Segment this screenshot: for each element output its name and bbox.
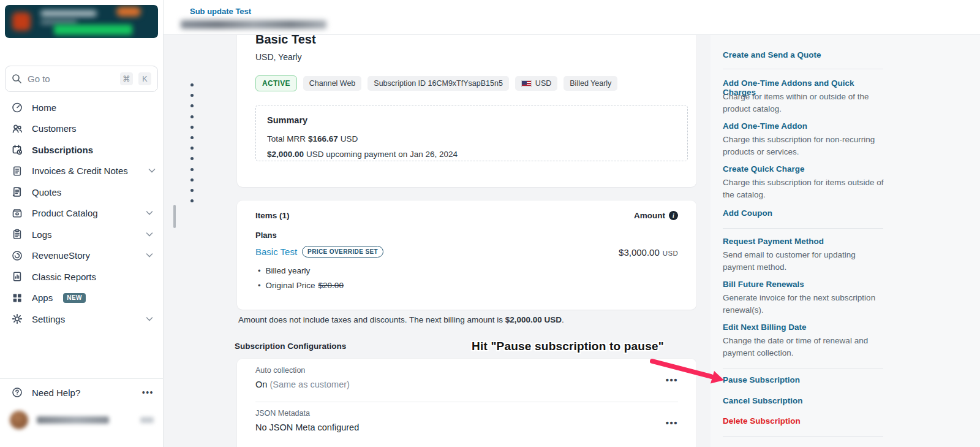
us-flag-icon <box>521 80 532 87</box>
sidebar-item-settings[interactable]: Settings <box>0 308 164 330</box>
need-help-button[interactable]: Need Help? ••• <box>0 383 164 402</box>
config-label: JSON Metadata <box>255 409 678 418</box>
avatar <box>10 411 28 429</box>
sidebar-item-customers[interactable]: Customers <box>0 118 164 140</box>
action-pause-subscription[interactable]: Pause Subscription <box>723 375 889 384</box>
redacted-org-sub <box>40 20 77 25</box>
sidebar-item-apps[interactable]: Apps NEW <box>0 288 164 309</box>
json-metadata-menu-button[interactable]: ••• <box>666 418 678 428</box>
upcoming-payment-line: $2,000.00 USD upcoming payment on Jan 26… <box>267 150 458 159</box>
org-switcher[interactable] <box>5 5 158 38</box>
plan-detail-billing: Billed yearly <box>258 266 344 275</box>
search-icon <box>12 74 22 84</box>
k-key: K <box>138 72 151 85</box>
action-desc: Charge this subscription for non-recurri… <box>723 134 889 158</box>
panel-divider <box>723 69 883 69</box>
summary-heading: Summary <box>267 115 307 125</box>
info-icon[interactable]: i <box>669 211 678 220</box>
panel-divider <box>723 436 883 437</box>
action-desc: Send email to customer for updating paym… <box>723 249 889 273</box>
global-search-input[interactable]: Go to ⌘ K <box>5 66 158 92</box>
badge-row: ACTIVE Channel Web Subscription ID 16CM9… <box>255 75 617 91</box>
redacted-user-name <box>37 416 109 424</box>
invoice-icon <box>12 166 23 177</box>
channel-badge: Channel Web <box>303 76 362 91</box>
sidebar-item-label: Logs <box>32 229 52 240</box>
action-request-payment-method[interactable]: Request Payment Method <box>723 237 889 246</box>
sidebar-item-label: RevenueStory <box>32 250 90 261</box>
config-value: No JSON Meta configured <box>255 422 678 432</box>
action-desc: Charge for items within or outside of th… <box>723 91 889 115</box>
config-value: On (Same as customer) <box>255 380 678 389</box>
breadcrumb-subscription-link[interactable]: Sub update Test <box>190 7 251 16</box>
auto-collection-value: On <box>255 380 267 389</box>
items-card: Items (1) Amount i Plans Basic Test PRIC… <box>237 201 696 310</box>
redacted-org-name <box>40 10 97 17</box>
summary-box: Summary Total MRR $166.67 USD $2,000.00 … <box>255 105 688 161</box>
sidebar: Go to ⌘ K Home Customers Subscriptions <box>0 0 164 447</box>
plan-name-link[interactable]: Basic Test <box>255 246 297 257</box>
config-row-json-metadata: JSON Metadata No JSON Meta configured ••… <box>255 409 678 432</box>
action-create-quick-charge[interactable]: Create Quick Charge <box>723 164 889 174</box>
billing-badge: Billed Yearly <box>564 76 617 91</box>
timeline-dots <box>190 83 194 202</box>
sidebar-item-logs[interactable]: Logs <box>0 224 164 245</box>
redacted-user-meta <box>140 417 154 423</box>
action-bill-future-renewals[interactable]: Bill Future Renewals <box>723 280 889 289</box>
sidebar-item-product-catalog[interactable]: Product Catalog <box>0 203 164 224</box>
help-menu-dots[interactable]: ••• <box>142 388 154 397</box>
action-add-one-time-addon[interactable]: Add One-Time Addon <box>723 121 889 131</box>
mrr-prefix: Total MRR <box>267 134 306 143</box>
sidebar-item-quotes[interactable]: Quotes <box>0 181 164 203</box>
plan-row: Basic Test PRICE OVERRIDE SET <box>255 246 383 258</box>
user-account-row[interactable] <box>0 406 164 434</box>
config-section-heading: Subscription Configurations <box>235 342 346 351</box>
org-upgrade-button <box>54 25 132 35</box>
action-add-coupon[interactable]: Add Coupon <box>723 208 889 218</box>
original-price-value: $20.00 <box>318 281 344 290</box>
sidebar-item-home[interactable]: Home <box>0 97 164 118</box>
sidebar-item-label: Invoices & Credit Notes <box>32 166 128 176</box>
sidebar-item-label: Apps <box>32 292 53 303</box>
config-label: Auto collection <box>255 366 678 375</box>
note-suffix: . <box>562 315 564 324</box>
config-row-auto-collection: Auto collection On (Same as customer) ••… <box>255 366 678 389</box>
original-price-label: Original Price <box>266 281 315 290</box>
action-edit-next-billing-date[interactable]: Edit Next Billing Date <box>723 323 889 332</box>
note-amount: $2,000.00 USD <box>505 315 562 324</box>
customers-icon <box>12 123 23 134</box>
new-badge: NEW <box>63 293 86 303</box>
sidebar-item-revenuestory[interactable]: RevenueStory <box>0 245 164 267</box>
chevron-down-icon <box>144 253 155 258</box>
config-divider <box>255 402 678 402</box>
config-card: Auto collection On (Same as customer) ••… <box>237 359 696 447</box>
scrollbar-thumb[interactable] <box>173 205 176 228</box>
sidebar-item-label: Customers <box>32 123 77 134</box>
sidebar-item-invoices[interactable]: Invoices & Credit Notes <box>0 161 164 182</box>
search-placeholder: Go to <box>28 74 115 84</box>
plan-details: Billed yearly Original Price $20.00 <box>258 266 344 296</box>
action-create-quote[interactable]: Create and Send a Quote <box>723 50 889 59</box>
subscription-header-card: Basic Test USD, Yearly ACTIVE Channel We… <box>237 25 696 187</box>
currency-badge: USD <box>515 76 557 91</box>
calendar-clock-icon <box>12 144 23 155</box>
clipboard-icon <box>12 229 23 240</box>
revenuestory-icon <box>12 250 23 261</box>
plan-amount-currency: USD <box>663 250 678 257</box>
content-topbar: Sub update Test <box>164 0 980 35</box>
action-delete-subscription[interactable]: Delete Subscription <box>723 416 889 426</box>
sidebar-item-classic-reports[interactable]: Classic Reports <box>0 266 164 288</box>
auto-collection-menu-button[interactable]: ••• <box>666 375 678 385</box>
chevron-down-icon <box>144 211 155 215</box>
sidebar-item-label: Settings <box>32 314 65 324</box>
sidebar-item-subscriptions[interactable]: Subscriptions <box>0 139 164 161</box>
action-cancel-subscription[interactable]: Cancel Subscription <box>723 396 889 405</box>
items-header: Items (1) <box>255 211 290 220</box>
upcoming-amount: $2,000.00 <box>267 150 304 159</box>
chevron-down-icon <box>144 317 155 321</box>
sidebar-item-label: Subscriptions <box>32 145 93 155</box>
help-headset-icon <box>12 387 23 398</box>
action-desc: Charge this subscription for items outsi… <box>723 177 889 201</box>
redacted-customer-email <box>181 20 326 29</box>
sidebar-item-label: Classic Reports <box>32 272 96 282</box>
